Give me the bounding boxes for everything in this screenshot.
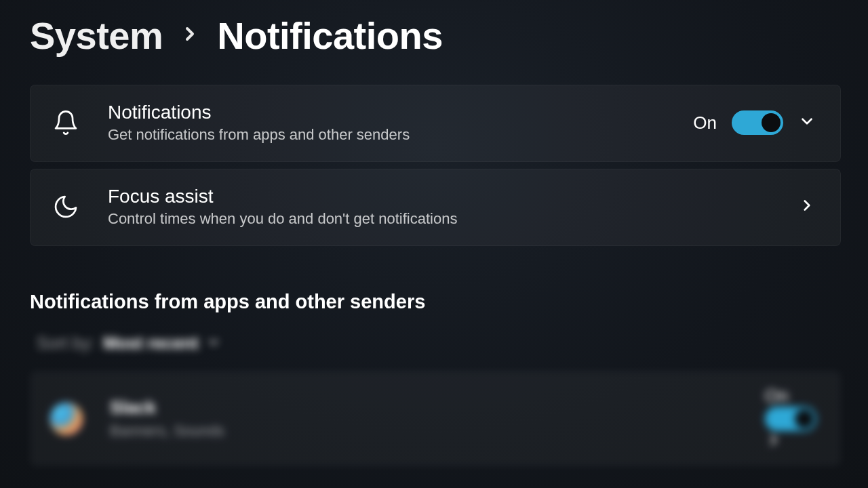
app-name: Slack <box>110 397 738 418</box>
focus-assist-title: Focus assist <box>108 186 771 207</box>
notifications-toggle[interactable] <box>732 110 783 135</box>
bell-icon <box>51 109 81 136</box>
app-controls: On <box>765 386 816 451</box>
chevron-right-icon[interactable] <box>765 439 783 451</box>
focus-assist-controls <box>798 197 816 217</box>
chevron-right-icon[interactable] <box>798 197 816 217</box>
focus-assist-card[interactable]: Focus assist Control times when you do a… <box>30 169 841 246</box>
notifications-title: Notifications <box>108 102 666 123</box>
breadcrumb: System Notifications <box>30 14 841 58</box>
settings-cards: Notifications Get notifications from app… <box>30 85 841 246</box>
sort-label: Sort by: <box>37 333 95 353</box>
breadcrumb-parent[interactable]: System <box>30 14 163 58</box>
chevron-right-icon <box>179 20 201 51</box>
notifications-toggle-label: On <box>693 113 717 134</box>
app-icon <box>50 403 83 435</box>
chevron-down-icon <box>206 335 221 352</box>
sort-row[interactable]: Sort by: Most recent <box>30 333 841 353</box>
notifications-controls: On <box>693 110 816 135</box>
toggle-knob <box>762 113 781 132</box>
sort-value: Most recent <box>103 333 198 353</box>
settings-page: System Notifications Notifications Get n… <box>0 0 868 466</box>
focus-assist-subtitle: Control times when you do and don't get … <box>108 210 771 228</box>
app-notification-row[interactable]: Slack Banners, Sounds On <box>30 371 841 466</box>
apps-section-heading: Notifications from apps and other sender… <box>30 291 841 313</box>
focus-assist-text: Focus assist Control times when you do a… <box>108 186 771 228</box>
notifications-card[interactable]: Notifications Get notifications from app… <box>30 85 841 162</box>
notifications-subtitle: Get notifications from apps and other se… <box>108 126 666 144</box>
chevron-down-icon[interactable] <box>798 113 816 133</box>
notifications-text: Notifications Get notifications from app… <box>108 102 666 144</box>
moon-icon <box>51 193 81 220</box>
app-detail: Banners, Sounds <box>110 422 738 440</box>
blurred-content: Sort by: Most recent Slack Banners, Soun… <box>30 333 841 466</box>
breadcrumb-current: Notifications <box>217 14 443 58</box>
app-text: Slack Banners, Sounds <box>110 397 738 440</box>
app-toggle-label: On <box>765 386 789 406</box>
app-toggle[interactable] <box>765 407 816 431</box>
toggle-knob <box>795 409 814 428</box>
